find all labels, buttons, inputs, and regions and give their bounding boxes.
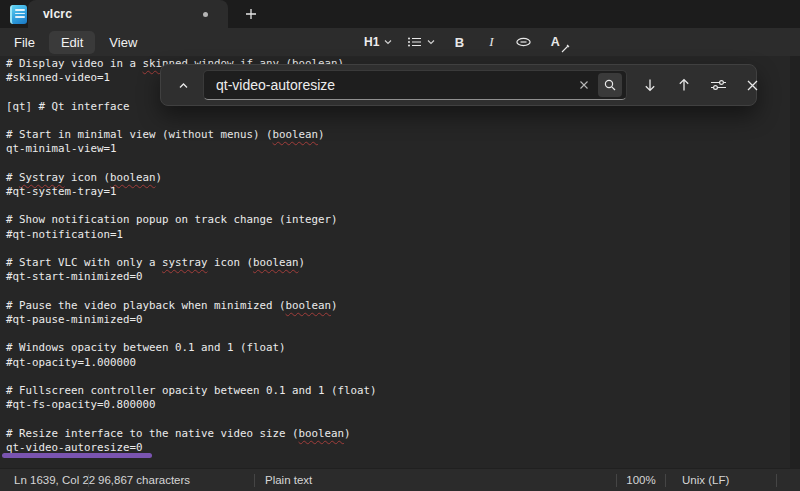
tab-bar: vlcrc [0, 0, 800, 28]
chevron-up-icon [177, 79, 190, 92]
misspelled-word: systray [162, 256, 208, 269]
editor-content[interactable]: # Display video in a skinned window if a… [0, 56, 800, 468]
editor-line: # Resize interface to the native video s… [6, 427, 800, 441]
plus-icon [244, 7, 258, 21]
magnifier-icon [603, 78, 617, 92]
editor-line: #qt-system-tray=1 [6, 185, 800, 199]
bold-button[interactable]: B [446, 30, 472, 54]
formatting-toolbar: H1 B I A [360, 30, 568, 54]
cursor-position: Ln 1639, Col 22 [0, 474, 88, 486]
close-icon [746, 79, 759, 92]
small-x-icon [579, 80, 589, 90]
misspelled-word: Systray [19, 171, 65, 184]
misspelled-word: boolean [110, 171, 156, 184]
list-dropdown[interactable] [403, 30, 440, 54]
close-find-button[interactable] [738, 71, 766, 99]
clear-search-button[interactable] [572, 73, 596, 97]
chevron-down-icon [383, 37, 393, 47]
heading-dropdown[interactable]: H1 [360, 30, 397, 54]
editor-line: qt-video-autoresize=0 [6, 441, 800, 455]
editor-line: #qt-opacity=1.000000 [6, 356, 800, 370]
editor-line: #qt-notification=1 [6, 228, 800, 242]
arrow-down-icon [642, 77, 658, 93]
new-tab-button[interactable] [238, 2, 264, 26]
editor-line [6, 412, 800, 426]
zoom-level[interactable]: 100% [617, 474, 665, 486]
editor-line [6, 157, 800, 171]
line-ending: Unix (LF) [666, 474, 776, 486]
menu-edit[interactable]: Edit [49, 31, 95, 54]
menu-bar: File Edit View H1 B I A [0, 28, 800, 56]
editor-line: # Pause the video playback when minimize… [6, 299, 800, 313]
misspelled-word: boolean [253, 256, 299, 269]
editor-line [6, 199, 800, 213]
editor-line: #qt-fs-opacity=0.800000 [6, 398, 800, 412]
search-query-text: qt-video-autoresize [216, 77, 572, 93]
editor-line [6, 327, 800, 341]
chevron-down-icon [426, 37, 436, 47]
expand-replace-button[interactable] [169, 71, 197, 99]
status-bar: Ln 1639, Col 22 96,867 characters Plain … [0, 468, 800, 491]
editor-line: # Fullscreen controller opacity between … [6, 384, 800, 398]
highlight-marker [2, 453, 152, 458]
bullet-list-icon [407, 35, 422, 49]
document-type: Plain text [255, 474, 312, 486]
search-button[interactable] [598, 73, 622, 97]
editor-line: #qt-pause-minimized=0 [6, 313, 800, 327]
editor-line [6, 114, 800, 128]
misspelled-word: boolean [273, 128, 319, 141]
editor-line: # Start in minimal view (without menus) … [6, 128, 800, 142]
menu-view[interactable]: View [97, 31, 149, 54]
clear-format-pencil-icon [561, 44, 570, 53]
tab-vlcrc[interactable]: vlcrc [28, 0, 228, 28]
link-icon [515, 35, 532, 49]
sliders-icon [710, 78, 727, 92]
clear-formatting-button[interactable]: A [542, 30, 568, 54]
notepad-app-icon [10, 5, 27, 24]
unsaved-indicator-dot [203, 12, 208, 17]
italic-button[interactable]: I [478, 30, 504, 54]
editor-line [6, 370, 800, 384]
scrollbar-track[interactable] [790, 56, 800, 468]
find-nav-group [636, 71, 766, 99]
editor-line: # Start VLC with only a systray icon (bo… [6, 256, 800, 270]
editor-line: # Systray icon (boolean) [6, 171, 800, 185]
search-input[interactable]: qt-video-autoresize [203, 70, 627, 100]
notepad-window: vlcrc File Edit View H1 B I A [0, 0, 800, 491]
character-count: 96,867 characters [89, 474, 254, 486]
editor-line [6, 285, 800, 299]
editor-line: # Show notification popup on track chang… [6, 213, 800, 227]
find-next-button[interactable] [636, 71, 664, 99]
find-bar: qt-video-autoresize [160, 64, 757, 106]
misspelled-word: boolean [286, 299, 332, 312]
editor-line: # Windows opacity between 0.1 and 1 (flo… [6, 341, 800, 355]
editor-line [6, 242, 800, 256]
arrow-up-icon [676, 77, 692, 93]
editor-line: #qt-start-minimized=0 [6, 270, 800, 284]
misspelled-word: boolean [299, 427, 345, 440]
editor-line: qt-minimal-view=1 [6, 142, 800, 156]
menu-file[interactable]: File [2, 31, 47, 54]
insert-link-button[interactable] [510, 30, 536, 54]
find-previous-button[interactable] [670, 71, 698, 99]
divider [776, 474, 777, 487]
find-options-button[interactable] [704, 71, 732, 99]
tab-title: vlcrc [43, 7, 72, 21]
